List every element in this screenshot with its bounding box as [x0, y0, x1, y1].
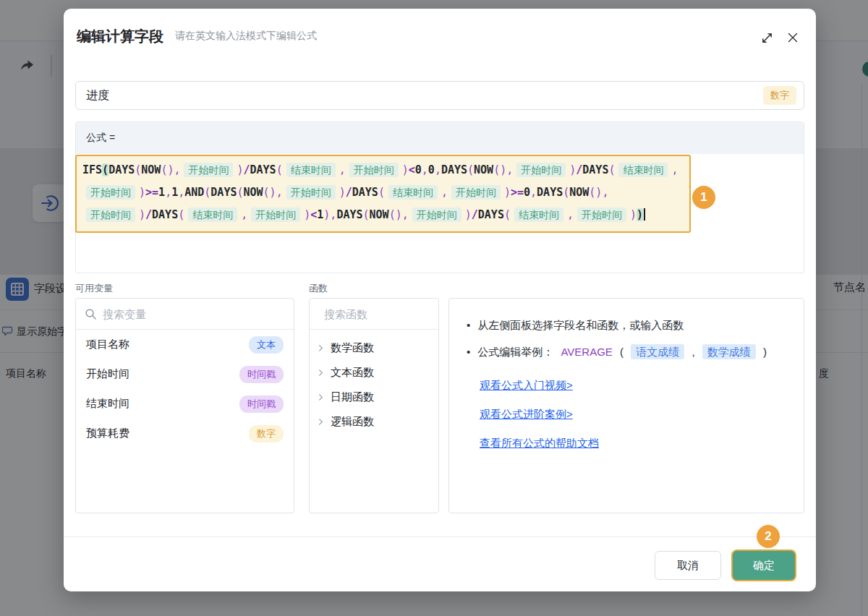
annotation-step-1: 1 [692, 186, 715, 209]
example-paren-open: ( [620, 346, 624, 358]
help-panel: • 从左侧面板选择字段名和函数，或输入函数 • 公式编辑举例： AVERAGE … [448, 298, 804, 513]
dialog-title: 编辑计算字段 [77, 27, 163, 46]
variable-item[interactable]: 预算耗费 数字 [76, 419, 294, 448]
function-category-date[interactable]: 日期函数 [310, 385, 438, 409]
field-name-input[interactable] [86, 89, 763, 102]
variable-type-badge: 文本 [249, 336, 284, 354]
help-tip-2: • 公式编辑举例： AVERAGE ( 语文成绩 , 数学成绩 ) [467, 344, 786, 360]
function-category-label: 文本函数 [331, 366, 374, 380]
link-intro-video[interactable]: 观看公式入门视频> [480, 377, 786, 393]
variable-name: 预算耗费 [86, 427, 129, 440]
help-example: 公式编辑举例： AVERAGE ( 语文成绩 , 数学成绩 ) [477, 344, 767, 360]
variable-type-badge: 数字 [249, 425, 284, 442]
link-help-docs[interactable]: 查看所有公式的帮助文档 [480, 435, 786, 451]
help-links: 观看公式入门视频> 观看公式进阶案例> 查看所有公式的帮助文档 [480, 377, 786, 451]
variable-type-badge: 时间戳 [239, 395, 284, 413]
example-paren-close: ) [763, 346, 767, 358]
close-icon [786, 31, 799, 44]
function-category-label: 逻辑函数 [331, 415, 374, 429]
example-comma: , [692, 346, 694, 358]
variable-type-badge: 时间戳 [239, 366, 284, 383]
bullet-icon: • [467, 344, 470, 360]
functions-search-input[interactable] [324, 308, 439, 320]
functions-panel: 数学函数 文本函数 日期函数 逻辑函数 [309, 298, 439, 513]
variables-label: 可用变量 [75, 282, 113, 295]
formula-editor[interactable]: IFS(DAYS(NOW(),开始时间)/DAYS(结束时间,开始时间)<0,0… [75, 155, 691, 233]
chevron-right-icon [317, 344, 325, 352]
chevron-right-icon [317, 393, 325, 401]
close-button[interactable] [786, 30, 800, 45]
dialog-subtitle: 请在英文输入法模式下编辑公式 [175, 30, 317, 43]
help-tip-1: • 从左侧面板选择字段名和函数，或输入函数 [467, 317, 786, 333]
function-category-text[interactable]: 文本函数 [310, 360, 438, 385]
variable-item[interactable]: 开始时间 时间戳 [76, 359, 294, 389]
example-field-token: 语文成绩 [631, 344, 684, 359]
confirm-button[interactable]: 确定 [733, 551, 795, 580]
variable-item[interactable]: 结束时间 时间戳 [76, 389, 294, 419]
help-tip-1-text: 从左侧面板选择字段名和函数，或输入函数 [477, 317, 684, 333]
example-field-token: 数学成绩 [702, 344, 756, 359]
link-advanced-examples[interactable]: 观看公式进阶案例> [480, 406, 786, 422]
formula-code: IFS(DAYS(NOW(),开始时间)/DAYS(结束时间,开始时间)<0,0… [82, 159, 684, 226]
bullet-icon: • [467, 317, 470, 333]
variables-search-input[interactable] [103, 308, 285, 320]
variable-name: 结束时间 [86, 397, 129, 411]
footer-divider [64, 536, 816, 537]
expand-button[interactable] [760, 30, 774, 45]
field-type-badge: 数字 [763, 86, 796, 105]
chevron-right-icon [317, 369, 325, 377]
variables-search-row [76, 299, 294, 330]
variable-name: 项目名称 [86, 338, 129, 351]
variable-name: 开始时间 [86, 367, 129, 381]
example-function-name: AVERAGE [561, 346, 612, 358]
annotation-step-2: 2 [757, 525, 780, 548]
field-name-input-wrapper: 数字 [75, 81, 804, 110]
variables-panel: 项目名称 文本 开始时间 时间戳 结束时间 时间戳 预算耗费 数字 [75, 298, 294, 513]
help-example-label: 公式编辑举例： [477, 346, 553, 358]
dialog-header: 编辑计算字段 请在英文输入法模式下编辑公式 [77, 9, 317, 64]
chevron-right-icon [317, 418, 325, 426]
functions-label: 函数 [309, 282, 328, 295]
variable-item[interactable]: 项目名称 文本 [76, 330, 294, 359]
formula-label: 公式 = [76, 122, 804, 154]
function-category-label: 日期函数 [331, 390, 374, 404]
search-icon [85, 308, 97, 320]
cancel-button[interactable]: 取消 [655, 551, 721, 580]
function-category-label: 数学函数 [331, 341, 374, 355]
expand-icon [761, 32, 773, 44]
function-category-math[interactable]: 数学函数 [310, 335, 438, 360]
functions-search-row [310, 299, 438, 330]
edit-calculated-field-dialog: 编辑计算字段 请在英文输入法模式下编辑公式 数字 公式 = IFS(DAYS(N… [64, 9, 816, 591]
function-category-logic[interactable]: 逻辑函数 [310, 409, 438, 434]
